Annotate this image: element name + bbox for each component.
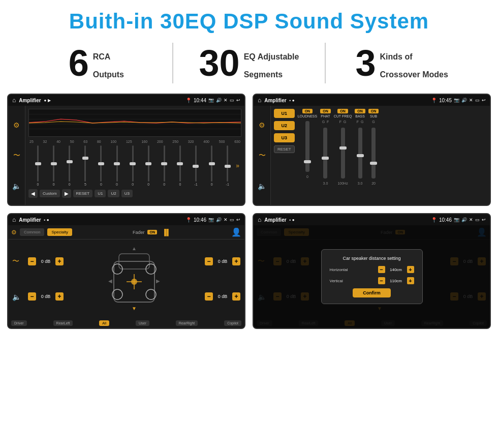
screen4-x-icon[interactable]: ✕ [469,217,473,222]
preset-u3[interactable]: U3 [274,133,295,142]
ch-bass: ON BASS F G 3.0 [355,109,365,202]
speaker-icon-2[interactable]: 🔈 [258,182,266,190]
eq-reset-btn[interactable]: RESET [73,190,93,197]
location-icon-2: 📍 [431,98,437,103]
screen1-rect-icon: ▭ [230,98,234,103]
ch-loudness-on[interactable]: ON [302,109,313,113]
btn-user[interactable]: User [136,320,149,326]
stat-number-eq: 30 [199,45,240,81]
ch-loudness-value: 0 [306,175,308,178]
fader-slider-handle[interactable]: ▐▌ [162,229,171,236]
reset-btn-2[interactable]: RESET [274,145,295,153]
vol-plus-tl[interactable]: + [55,257,64,265]
vol-row-br: − 0 dB + [205,292,240,301]
screen2-x-icon[interactable]: ✕ [469,98,473,103]
vol-plus-br[interactable]: + [232,292,240,301]
ch-bass-on[interactable]: ON [355,109,365,113]
eq-prev-btn[interactable]: ◀ [28,189,38,198]
volume-icon-4: 🔊 [461,217,467,222]
ch-sub-label: SUB [370,114,377,118]
ch-cutfreq-on[interactable]: ON [337,109,348,113]
volume-icon-2: 🔊 [461,98,467,103]
wave-icon[interactable]: 〜 [13,151,20,160]
tab-common[interactable]: Common [20,228,44,236]
eq-slider-6: 0 [126,145,140,186]
eq-u2-btn[interactable]: U2 [108,190,119,197]
eq-u1-btn[interactable]: U1 [95,190,106,197]
vol-plus-tr[interactable]: + [232,257,240,265]
ch-bass-value: 3.0 [358,182,363,185]
tab-specialty[interactable]: Specialty [47,228,72,236]
camera-icon-2: 📷 [454,98,459,103]
right-vol-controls: − 0 dB + − 0 dB + [203,242,242,316]
eq-slider-10: -1 [189,145,203,186]
vol-minus-tl[interactable]: − [28,257,36,265]
expand-icon[interactable]: » [236,162,239,169]
btn-driver[interactable]: Driver [11,320,27,326]
camera-icon-4: 📷 [454,217,459,222]
btn-copilot[interactable]: Copilot [224,320,241,326]
preset-u2[interactable]: U2 [274,121,295,130]
home-icon[interactable]: ⌂ [12,97,16,104]
btn-all[interactable]: All [99,320,109,326]
vol-minus-br[interactable]: − [205,292,213,301]
eq-icon[interactable]: ⚙ [13,121,20,129]
back-icon[interactable]: ↩ [236,98,240,103]
ch-cutfreq-slider[interactable] [341,128,345,178]
back-icon-3[interactable]: ↩ [236,217,240,222]
eq-u3-btn[interactable]: U3 [121,190,133,197]
dialog-horizontal-plus[interactable]: + [407,266,414,273]
speaker-icon-3[interactable]: 🔈 [12,293,21,301]
screen3-x-icon[interactable]: ✕ [224,217,228,222]
eq-custom-btn[interactable]: Custom [40,190,60,197]
dialog-vertical-minus[interactable]: − [378,277,385,284]
vol-plus-bl[interactable]: + [55,292,64,301]
ch-bass-slider[interactable] [358,128,362,178]
vol-row-tl: − 0 dB + [28,257,64,265]
car-visualization: ▼ ▲ ◀ ▶ [69,242,200,316]
eq-icon-3b[interactable]: 〜 [12,257,21,266]
screen1-x-icon[interactable]: ✕ [224,98,228,103]
screen4-rect-icon: ▭ [475,217,480,222]
eq-graph [28,109,241,137]
back-icon-2[interactable]: ↩ [482,98,486,103]
ch-phat-slider[interactable] [323,128,327,178]
home-icon-3[interactable]: ⌂ [12,216,16,223]
home-icon-2[interactable]: ⌂ [258,97,261,104]
screen3-rect-icon: ▭ [230,217,234,222]
btn-rearright[interactable]: RearRight [176,320,198,326]
ch-sub-slider[interactable] [371,128,376,178]
vol-minus-bl[interactable]: − [28,292,36,301]
speaker-icon[interactable]: 🔈 [12,182,21,190]
ch-sub-value: 20 [371,182,376,185]
page-title: Buith-in 30EQ DSP Sound System [5,9,493,34]
wave-icon-2[interactable]: 〜 [259,151,266,160]
eq-icon-3[interactable]: ⚙ [11,229,17,236]
screen2-presets: U1 U2 U3 RESET [274,109,295,202]
dialog-vertical-plus[interactable]: + [407,277,414,284]
screen3-status-right: 📍 10:46 📷 🔊 ✕ ▭ ↩ [185,217,240,223]
dialog-vertical-input: − 110cm + [378,277,414,284]
dialog-horizontal-minus[interactable]: − [378,266,385,273]
ch-cutfreq-label: CUT FREQ [334,114,352,118]
vol-value-br: 0 dB [215,294,230,299]
screen1-app-title: Amplifier [19,98,41,103]
ch-sub-on[interactable]: ON [368,109,379,113]
btn-rearleft[interactable]: RearLeft [53,320,73,326]
screen1-content: ⚙ 〜 🔈 [8,106,244,205]
eq-icon-2[interactable]: ⚙ [259,121,265,129]
eq-freq-labels: 25 32 40 50 63 80 100 125 160 200 250 32… [28,140,241,143]
screen4-body-wrapper: Common Specialty Fader ON 👤 〜 🔈 −0 dB+ −… [254,225,490,328]
eq-next-btn[interactable]: ▶ [62,189,71,198]
ch-phat-on[interactable]: ON [320,109,331,113]
location-icon: 📍 [185,98,192,103]
dialog-vertical-row: Vertical − 110cm + [330,277,414,284]
stat-text-rca-1: RCA [93,45,124,63]
ch-loudness-slider[interactable] [305,121,309,172]
preset-u1[interactable]: U1 [274,109,295,118]
home-icon-4[interactable]: ⌂ [258,216,261,223]
back-icon-4[interactable]: ↩ [482,217,486,222]
confirm-button[interactable]: Confirm [353,288,391,297]
ch-phat-value: 3.0 [323,182,328,185]
vol-minus-tr[interactable]: − [205,257,213,265]
